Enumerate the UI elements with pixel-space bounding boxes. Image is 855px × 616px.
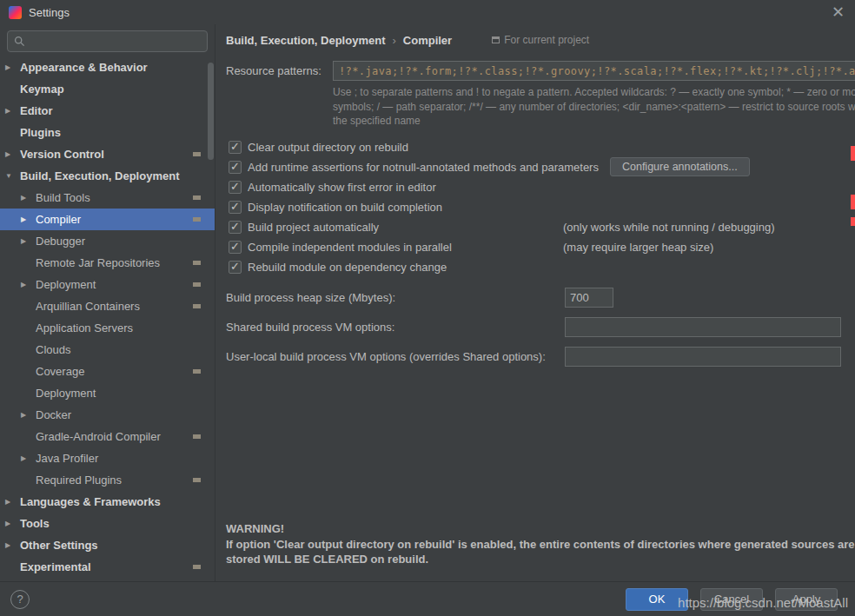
user-local-vm-options-input[interactable]	[565, 347, 841, 367]
breadcrumb-current: Compiler	[403, 34, 452, 47]
sidebar-item-clouds[interactable]: Clouds	[0, 339, 215, 361]
option-note: (only works while not running / debuggin…	[563, 221, 775, 234]
per-project-settings-icon	[193, 434, 201, 439]
per-project-settings-icon	[193, 565, 201, 569]
scope-note: For current project	[492, 34, 589, 46]
compiler-options-group: Clear output directory on rebuild Add ru…	[226, 137, 855, 277]
chevron-down-icon: ▼	[5, 172, 20, 180]
option-row-build-notification: Display notification on build completion	[229, 197, 855, 217]
titlebar: Settings ✕	[0, 0, 855, 24]
checkbox-auto-show-first-error[interactable]	[229, 181, 242, 194]
user-local-vm-options-row: User-local build process VM options (ove…	[226, 347, 855, 368]
sidebar-item-compiler[interactable]: ▶Compiler	[0, 209, 215, 230]
checkbox-display-notification[interactable]	[229, 201, 242, 214]
chevron-right-icon: ▶	[5, 107, 20, 115]
sidebar-item-required-plugins[interactable]: Required Plugins	[0, 469, 215, 491]
search-icon	[14, 36, 25, 47]
chevron-right-icon: ▶	[21, 454, 36, 462]
sidebar-item-languages-frameworks[interactable]: ▶Languages & Frameworks	[0, 491, 215, 513]
build-process-fields: Build process heap size (Mbytes): Shared…	[226, 288, 855, 368]
resource-patterns-row: Resource patterns: !?*.java;!?*.form;!?*…	[226, 61, 855, 81]
sidebar-item-keymap[interactable]: Keymap	[0, 78, 215, 100]
chevron-right-icon: ▶	[21, 411, 36, 419]
sidebar-item-tools[interactable]: ▶Tools	[0, 513, 215, 534]
breadcrumb-parent[interactable]: Build, Execution, Deployment	[226, 34, 385, 47]
option-row-compile-parallel: Compile independent modules in parallel …	[229, 237, 855, 257]
per-project-settings-icon	[193, 152, 201, 156]
resource-patterns-value: !?*.java;!?*.form;!?*.class;!?*.groovy;!…	[339, 65, 855, 77]
search-input[interactable]	[7, 30, 208, 52]
warning-text: If option 'Clear output directory on reb…	[226, 537, 855, 567]
shared-vm-options-row: Shared build process VM options:	[226, 317, 855, 338]
chevron-right-icon: ▶	[5, 520, 20, 527]
sidebar-item-deployment[interactable]: ▶Deployment	[0, 274, 215, 295]
main-panel: Build, Execution, Deployment › Compiler …	[215, 24, 855, 581]
sidebar-item-deployment-2[interactable]: Deployment	[0, 382, 215, 404]
breadcrumb: Build, Execution, Deployment › Compiler …	[215, 24, 855, 56]
option-row-runtime-assertions: Add runtime assertions for notnull-annot…	[229, 157, 855, 177]
chevron-right-icon: ▶	[5, 541, 20, 549]
option-row-build-automatically: Build project automatically (only works …	[229, 217, 855, 237]
option-row-clear-output: Clear output directory on rebuild	[229, 137, 855, 157]
configure-annotations-button[interactable]: Configure annotations...	[610, 157, 750, 176]
footer-buttons: OK Cancel Apply	[626, 588, 838, 611]
edge-mark	[851, 146, 855, 161]
shared-vm-options-input[interactable]	[565, 317, 841, 337]
dialog-body: ▶Appearance & Behavior Keymap ▶Editor Pl…	[0, 24, 855, 581]
dialog-footer: ? OK Cancel Apply	[0, 581, 855, 616]
cancel-button[interactable]: Cancel	[700, 588, 763, 611]
project-scope-icon	[492, 36, 500, 43]
edge-mark	[851, 195, 855, 209]
warning-title: WARNING!	[226, 521, 855, 537]
sidebar-item-java-profiler[interactable]: ▶Java Profiler	[0, 447, 215, 469]
sidebar-item-arquillian-containers[interactable]: Arquillian Containers	[0, 295, 215, 317]
sidebar-item-build-execution-deployment[interactable]: ▼Build, Execution, Deployment	[0, 165, 215, 187]
sidebar-item-editor[interactable]: ▶Editor	[0, 100, 215, 122]
compiler-settings-content: Resource patterns: !?*.java;!?*.form;!?*…	[215, 56, 855, 581]
heap-size-input[interactable]	[565, 288, 613, 308]
checkbox-add-runtime-assertions[interactable]	[229, 161, 242, 174]
sidebar-item-appearance-behavior[interactable]: ▶Appearance & Behavior	[0, 56, 215, 78]
checkbox-compile-parallel[interactable]	[229, 241, 242, 254]
chevron-right-icon: ▶	[5, 498, 20, 506]
sidebar-item-debugger[interactable]: ▶Debugger	[0, 230, 215, 252]
option-note: (may require larger heap size)	[563, 241, 713, 254]
chevron-right-icon: ▶	[21, 237, 36, 245]
sidebar-item-coverage[interactable]: Coverage	[0, 361, 215, 382]
per-project-settings-icon	[193, 282, 201, 287]
sidebar-scrollbar[interactable]	[208, 63, 214, 160]
breadcrumb-separator-icon: ›	[392, 34, 395, 47]
option-row-rebuild-on-dependency-change: Rebuild module on dependency change	[229, 257, 855, 277]
sidebar-item-other-settings[interactable]: ▶Other Settings	[0, 534, 215, 556]
checkbox-clear-output-directory[interactable]	[229, 141, 242, 154]
help-button[interactable]: ?	[10, 590, 30, 609]
sidebar-item-experimental[interactable]: Experimental	[0, 556, 215, 578]
resource-patterns-label: Resource patterns:	[226, 64, 333, 77]
sidebar-item-version-control[interactable]: ▶Version Control	[0, 143, 215, 165]
chevron-right-icon: ▶	[21, 194, 36, 202]
heap-size-row: Build process heap size (Mbytes):	[226, 288, 855, 308]
sidebar-item-plugins[interactable]: Plugins	[0, 122, 215, 143]
sidebar-item-build-tools[interactable]: ▶Build Tools	[0, 187, 215, 209]
settings-tree: ▶Appearance & Behavior Keymap ▶Editor Pl…	[0, 56, 215, 581]
window-title: Settings	[29, 6, 70, 19]
chevron-right-icon: ▶	[21, 215, 36, 223]
resource-patterns-input[interactable]: !?*.java;!?*.form;!?*.class;!?*.groovy;!…	[333, 61, 855, 81]
chevron-right-icon: ▶	[5, 150, 20, 158]
sidebar-item-gradle-android-compiler[interactable]: Gradle-Android Compiler	[0, 426, 215, 447]
sidebar-item-docker[interactable]: ▶Docker	[0, 404, 215, 426]
per-project-settings-icon	[193, 261, 201, 265]
edge-mark	[851, 217, 855, 226]
sidebar-item-application-servers[interactable]: Application Servers	[0, 317, 215, 339]
per-project-settings-icon	[193, 304, 201, 308]
sidebar-item-remote-jar-repositories[interactable]: Remote Jar Repositories	[0, 252, 215, 274]
apply-button[interactable]: Apply	[775, 588, 838, 611]
option-row-show-first-error: Automatically show first error in editor	[229, 177, 855, 197]
ok-button[interactable]: OK	[626, 588, 688, 611]
per-project-settings-icon	[193, 195, 201, 200]
checkbox-build-project-automatically[interactable]	[229, 221, 242, 234]
close-icon[interactable]: ✕	[832, 4, 845, 20]
per-project-settings-icon	[193, 369, 201, 374]
sidebar: ▶Appearance & Behavior Keymap ▶Editor Pl…	[0, 24, 215, 581]
checkbox-rebuild-on-dependency-change[interactable]	[229, 261, 242, 274]
